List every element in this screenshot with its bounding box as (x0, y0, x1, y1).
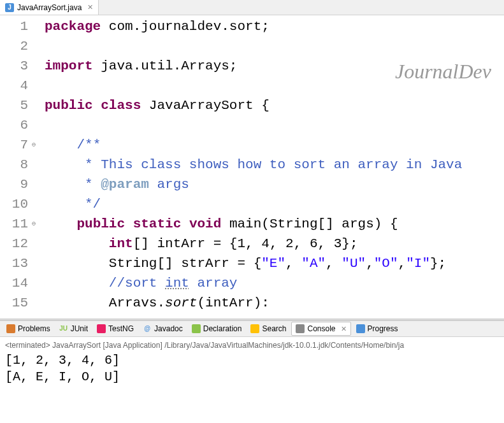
code-content[interactable]: package com.journaldev.sort;import java.… (33, 15, 504, 319)
line-number: 10 (3, 194, 28, 214)
code-line[interactable]: public class JavaArraySort { (45, 96, 504, 115)
code-line[interactable]: //sort int array (45, 273, 504, 293)
line-number: 15 (3, 293, 28, 313)
code-line[interactable] (45, 36, 504, 56)
view-tab-declaration[interactable]: Declaration (188, 322, 246, 335)
problems-icon (6, 324, 15, 333)
console-output: [1, 2, 3, 4, 6][A, E, I, O, U] (5, 350, 499, 385)
code-line[interactable]: int[] intArr = {1, 4, 2, 6, 3}; (45, 234, 504, 254)
close-icon[interactable]: ✕ (341, 325, 347, 333)
line-number: 13 (3, 254, 28, 273)
console-status: <terminated> JavaArraySort [Java Applica… (5, 341, 499, 350)
code-line[interactable]: * This class shows how to sort an array … (45, 155, 504, 175)
javadoc-icon: @ (143, 324, 152, 333)
line-number: 14 (3, 273, 28, 293)
code-line[interactable]: /** (45, 135, 504, 155)
view-tab-label: Declaration (203, 324, 242, 333)
line-number: 3 (3, 56, 28, 76)
view-tab-progress[interactable]: Progress (352, 322, 402, 335)
code-line[interactable]: package com.journaldev.sort; (45, 17, 504, 36)
code-line[interactable]: Arravs.sort(intArr): (45, 293, 504, 313)
progress-icon (356, 324, 365, 333)
code-line[interactable]: * @param args (45, 175, 504, 194)
view-tab-label: TestNG (108, 324, 134, 333)
line-number: 2 (3, 36, 28, 56)
view-tab-problems[interactable]: Problems (3, 322, 54, 335)
close-icon[interactable]: ✕ (87, 3, 93, 11)
console-output-line: [1, 2, 3, 4, 6] (5, 352, 499, 369)
declaration-icon (192, 324, 201, 333)
java-file-icon: J (5, 3, 14, 12)
line-number-gutter: 1234567⊖891011⊖12131415 (0, 15, 33, 319)
view-tab-label: Progress (368, 324, 398, 333)
views-tab-bar: ProblemsJUJUnitTestNG@JavadocDeclaration… (0, 320, 504, 337)
line-number: 6 (3, 115, 28, 135)
view-tab-junit[interactable]: JUJUnit (55, 322, 92, 335)
console-output-line: [A, E, I, O, U] (5, 369, 499, 385)
junit-icon: JU (59, 324, 68, 333)
editor-tab-bar: J JavaArraySort.java ✕ (0, 0, 504, 15)
console-panel: <terminated> JavaArraySort [Java Applica… (0, 337, 504, 389)
view-tab-console[interactable]: Console✕ (291, 322, 350, 336)
search-icon (250, 324, 259, 333)
code-line[interactable]: public static void main(String[] args) { (45, 214, 504, 234)
file-tab[interactable]: J JavaArraySort.java ✕ (0, 0, 99, 15)
view-tab-testng[interactable]: TestNG (93, 322, 138, 335)
line-number: 8 (3, 155, 28, 175)
view-tab-label: Javadoc (154, 324, 183, 333)
view-tab-label: Problems (18, 324, 50, 333)
code-line[interactable]: String[] strArr = {"E", "A", "U","O","I"… (45, 254, 504, 273)
line-number: 7⊖ (3, 135, 28, 155)
console-icon (296, 324, 305, 333)
testng-icon (97, 324, 106, 333)
line-number: 5 (3, 96, 28, 115)
view-tab-javadoc[interactable]: @Javadoc (139, 322, 187, 335)
view-tab-search[interactable]: Search (247, 322, 290, 335)
code-line[interactable] (45, 76, 504, 96)
file-tab-label: JavaArraySort.java (17, 3, 82, 12)
code-editor[interactable]: 1234567⊖891011⊖12131415 package com.jour… (0, 15, 504, 319)
view-tab-label: Search (262, 324, 286, 333)
code-line[interactable] (45, 115, 504, 135)
line-number: 9 (3, 175, 28, 194)
view-tab-label: JUnit (71, 324, 88, 333)
view-tab-label: Console (307, 324, 335, 333)
line-number: 11⊖ (3, 214, 28, 234)
line-number: 4 (3, 76, 28, 96)
code-line[interactable]: */ (45, 194, 504, 214)
line-number: 1 (3, 17, 28, 36)
line-number: 12 (3, 234, 28, 254)
code-line[interactable]: import java.util.Arrays; (45, 56, 504, 76)
